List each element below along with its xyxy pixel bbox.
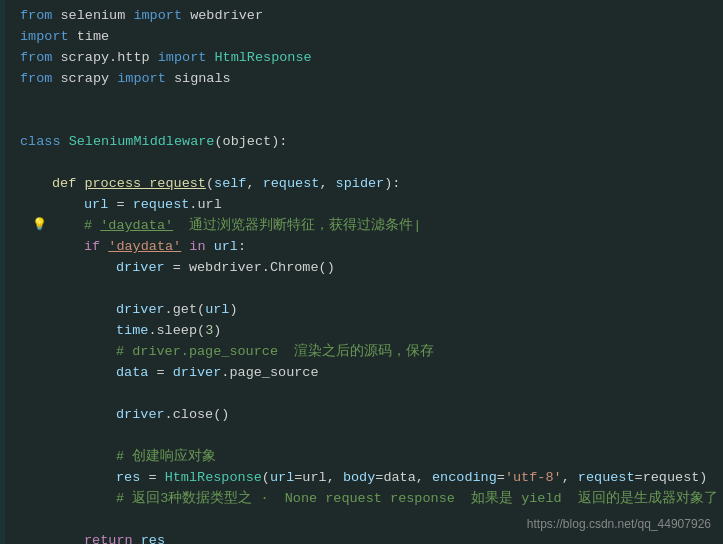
token: res: [141, 531, 165, 544]
token: = webdriver.Chrome(): [165, 258, 335, 279]
line: # 返回3种数据类型之 · None request response 如果是 …: [12, 489, 723, 510]
bulb-icon: 💡: [32, 216, 47, 235]
token: # 返回3种数据类型之 · None request response 如果是 …: [116, 489, 718, 510]
token: [100, 237, 108, 258]
token: #: [84, 216, 100, 237]
line: driver = webdriver.Chrome(): [12, 258, 723, 279]
token: process_request: [84, 174, 206, 195]
token: selenium: [52, 6, 133, 27]
token: ,: [319, 174, 335, 195]
line: [12, 90, 723, 111]
token: from: [20, 6, 52, 27]
token: ): [229, 300, 237, 321]
token: import: [117, 69, 166, 90]
token: [76, 174, 84, 195]
token: time: [116, 321, 148, 342]
token: driver: [116, 258, 165, 279]
line: # driver.page_source 渲染之后的源码，保存: [12, 342, 723, 363]
token: SeleniumMiddleware: [69, 132, 215, 153]
token: encoding: [432, 468, 497, 489]
watermark: https://blog.csdn.net/qq_44907926: [527, 515, 711, 534]
line: [12, 153, 723, 174]
token: .page_source: [221, 363, 318, 384]
token: .get(: [165, 300, 206, 321]
token: import: [133, 6, 182, 27]
line: 💡# 'daydata' 通过浏览器判断特征，获得过滤条件|: [12, 216, 723, 237]
token: import: [20, 27, 69, 48]
token: =url,: [294, 468, 343, 489]
line: class SeleniumMiddleware(object):: [12, 132, 723, 153]
token: 'utf-8': [505, 468, 562, 489]
token: (: [262, 468, 270, 489]
token: driver: [173, 363, 222, 384]
token: request: [578, 468, 635, 489]
token: =: [108, 195, 132, 216]
token: res: [116, 468, 140, 489]
token: (: [206, 174, 214, 195]
token: =: [148, 363, 172, 384]
token: 3: [205, 321, 213, 342]
token: time: [69, 27, 110, 48]
token: =request): [635, 468, 708, 489]
line: [12, 384, 723, 405]
line: [12, 111, 723, 132]
line: url = request.url: [12, 195, 723, 216]
token: ):: [384, 174, 400, 195]
token: class: [20, 132, 61, 153]
token: request: [133, 195, 190, 216]
line: [12, 279, 723, 300]
token: scrapy.http: [52, 48, 157, 69]
token: .url: [189, 195, 221, 216]
line: driver.get(url): [12, 300, 723, 321]
token: body: [343, 468, 375, 489]
token: .sleep(: [148, 321, 205, 342]
token: import: [158, 48, 207, 69]
token: data: [116, 363, 148, 384]
token: signals: [166, 69, 231, 90]
token: scrapy: [52, 69, 117, 90]
token: return: [84, 531, 133, 544]
token: if: [84, 237, 100, 258]
token: =data,: [375, 468, 432, 489]
token: ,: [562, 468, 578, 489]
token: driver: [116, 405, 165, 426]
token: [133, 531, 141, 544]
token: from: [20, 69, 52, 90]
token: 'daydata': [100, 216, 173, 237]
line: time.sleep(3): [12, 321, 723, 342]
line: # 创建响应对象: [12, 447, 723, 468]
code-container: from selenium import webdriverimport tim…: [0, 0, 723, 544]
line: res = HtmlResponse(url=url, body=data, e…: [12, 468, 723, 489]
token: [206, 237, 214, 258]
token: ): [213, 321, 221, 342]
token: from: [20, 48, 52, 69]
line: data = driver.page_source: [12, 363, 723, 384]
token: url: [214, 237, 238, 258]
code-editor: from selenium import webdriverimport tim…: [0, 0, 723, 544]
token: HtmlResponse: [206, 48, 311, 69]
token: HtmlResponse: [165, 468, 262, 489]
token: driver: [116, 300, 165, 321]
token: # 创建响应对象: [116, 447, 216, 468]
token: [61, 132, 69, 153]
token: (object):: [214, 132, 287, 153]
token: 通过浏览器判断特征，获得过滤条件|: [173, 216, 421, 237]
token: =: [140, 468, 164, 489]
token: request: [263, 174, 320, 195]
line: driver.close(): [12, 405, 723, 426]
token: [181, 237, 189, 258]
token: url: [270, 468, 294, 489]
token: url: [205, 300, 229, 321]
token: ,: [246, 174, 262, 195]
token: .close(): [165, 405, 230, 426]
token: 'daydata': [108, 237, 181, 258]
token: :: [238, 237, 246, 258]
token: =: [497, 468, 505, 489]
token: self: [214, 174, 246, 195]
line: import time: [12, 27, 723, 48]
token: spider: [336, 174, 385, 195]
token: in: [189, 237, 205, 258]
line: [12, 426, 723, 447]
line: from scrapy import signals: [12, 69, 723, 90]
token: # driver.page_source 渲染之后的源码，保存: [116, 342, 434, 363]
